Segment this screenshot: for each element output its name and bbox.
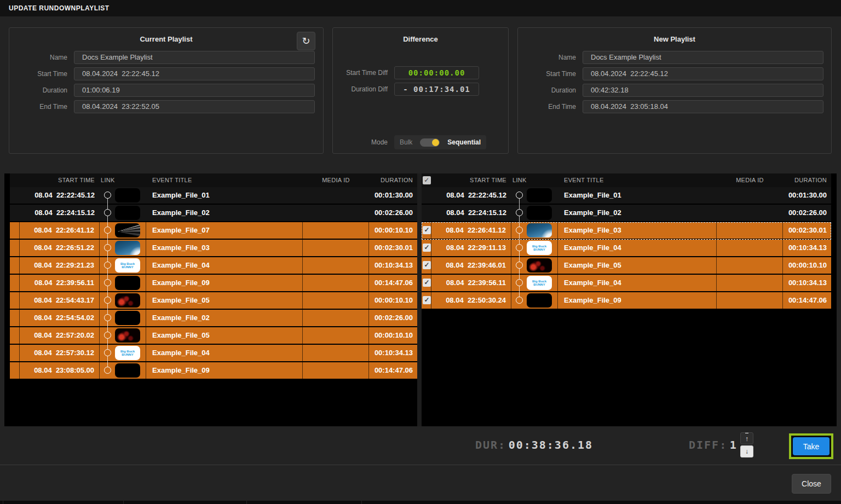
select-all-checkbox[interactable]: ✓ bbox=[423, 176, 431, 184]
media-id-cell bbox=[717, 275, 783, 291]
start-time-column-header: START TIME bbox=[20, 173, 100, 187]
status-header-cell bbox=[10, 173, 20, 187]
link-column-header: LINK bbox=[511, 173, 558, 187]
row-status-cell bbox=[10, 275, 20, 291]
new-name-label: Name bbox=[518, 54, 583, 61]
playlist-row[interactable]: 08.04 22:24:15.12Example_File_0200:02:26… bbox=[422, 205, 831, 222]
link-cell bbox=[100, 205, 146, 221]
event-title-cell: Example_File_02 bbox=[146, 310, 303, 326]
event-title-column-header: EVENT TITLE bbox=[558, 173, 717, 187]
bunny-logo-text: Big Buck BUNNY bbox=[119, 350, 136, 357]
scroll-to-bottom-button[interactable]: ↓ bbox=[740, 445, 753, 457]
start-time-cell: 08.04 22:29:21.23 bbox=[20, 257, 100, 274]
row-checkbox[interactable]: ✓ bbox=[423, 261, 431, 269]
mode-option-bulk[interactable]: Bulk bbox=[400, 138, 412, 146]
playlist-row[interactable]: 08.04 22:57:30.12Big Buck BUNNYExample_F… bbox=[10, 345, 417, 362]
current-playlist-table: START TIMELINKEVENT TITLEMEDIA IDDURATIO… bbox=[10, 173, 417, 426]
playlist-row[interactable]: 08.04 22:39:56.11Example_File_0900:14:47… bbox=[10, 275, 417, 292]
start-time-cell: 08.04 22:24:15.12 bbox=[431, 205, 511, 221]
link-ring-icon[interactable] bbox=[104, 262, 111, 269]
link-ring-icon[interactable] bbox=[104, 332, 111, 339]
link-ring-icon[interactable] bbox=[516, 262, 523, 269]
row-checkbox[interactable]: ✓ bbox=[423, 244, 431, 252]
event-thumbnail: Big Buck BUNNY bbox=[115, 346, 140, 360]
link-cell bbox=[100, 222, 146, 239]
link-ring-icon[interactable] bbox=[104, 297, 111, 304]
link-cell bbox=[100, 187, 146, 204]
duration-cell: 00:02:30.01 bbox=[369, 240, 417, 256]
event-title-cell: Example_File_02 bbox=[558, 205, 717, 221]
take-button[interactable]: Take bbox=[793, 437, 830, 455]
close-button[interactable]: Close bbox=[792, 474, 831, 494]
playlist-row[interactable]: 08.04 23:08:05.00Example_File_0900:14:47… bbox=[10, 362, 417, 380]
new-start-time-field[interactable]: 08.04.2024 22:22:45.12 bbox=[583, 67, 823, 80]
mode-toggle[interactable] bbox=[420, 138, 440, 147]
mode-option-sequential[interactable]: Sequential bbox=[447, 138, 481, 146]
playlist-row[interactable]: ✓08.04 22:26:41.12Example_File_0300:02:3… bbox=[422, 222, 831, 240]
playlist-row[interactable]: 08.04 22:22:45.12Example_File_0100:01:30… bbox=[422, 187, 831, 205]
current-end-time-field[interactable]: 08.04.2024 23:22:52.05 bbox=[74, 100, 315, 113]
scroll-to-top-button[interactable]: ↑ bbox=[740, 432, 753, 444]
playlist-row[interactable]: 08.04 22:54:43.17Example_File_0500:00:10… bbox=[10, 292, 417, 310]
arrow-down-to-bar-icon: ↓ bbox=[745, 446, 748, 458]
playlist-row[interactable]: 08.04 22:26:41.12Example_File_0700:00:10… bbox=[10, 222, 417, 240]
row-checkbox-cell: ✓ bbox=[422, 240, 431, 256]
duration-column-header: DURATION bbox=[783, 173, 831, 187]
playlist-row[interactable]: 08.04 22:54:54.02Example_File_0200:02:26… bbox=[10, 310, 417, 327]
link-ring-icon[interactable] bbox=[104, 314, 111, 321]
row-status-cell bbox=[10, 327, 20, 344]
row-status-cell bbox=[10, 205, 20, 221]
link-ring-icon[interactable] bbox=[104, 349, 111, 356]
link-ring-icon[interactable] bbox=[516, 227, 523, 234]
duration-cell: 00:00:10.10 bbox=[369, 327, 417, 344]
link-ring-icon[interactable] bbox=[104, 192, 111, 199]
new-duration-field[interactable]: 00:42:32.18 bbox=[583, 84, 823, 97]
link-ring-icon[interactable] bbox=[104, 227, 111, 234]
duration-cell: 00:00:10.10 bbox=[783, 257, 831, 274]
link-ring-icon[interactable] bbox=[516, 244, 523, 251]
playlist-row[interactable]: 08.04 22:24:15.12Example_File_0200:02:26… bbox=[10, 205, 417, 222]
link-ring-icon[interactable] bbox=[104, 367, 111, 374]
row-checkbox[interactable]: ✓ bbox=[423, 279, 431, 287]
new-end-time-field[interactable]: 08.04.2024 23:05:18.04 bbox=[583, 100, 823, 113]
link-cell: Big Buck BUNNY bbox=[511, 275, 558, 291]
row-checkbox[interactable]: ✓ bbox=[423, 296, 431, 304]
take-button-highlight: Take bbox=[789, 433, 833, 459]
playlist-row[interactable]: ✓08.04 22:39:56.11Big Buck BUNNYExample_… bbox=[422, 275, 831, 292]
playlist-row[interactable]: 08.04 22:26:51.22Example_File_0300:02:30… bbox=[10, 240, 417, 257]
current-start-time-field[interactable]: 08.04.2024 22:22:45.12 bbox=[74, 67, 315, 80]
start-time-column-header: START TIME bbox=[431, 173, 511, 187]
new-name-field[interactable]: Docs Example Playlist bbox=[583, 51, 823, 64]
tables-splitter[interactable] bbox=[417, 173, 422, 426]
row-status-cell bbox=[10, 292, 20, 309]
refresh-button[interactable]: ↻ bbox=[297, 32, 315, 50]
start-time-cell: 08.04 22:54:54.02 bbox=[20, 310, 100, 326]
link-ring-icon[interactable] bbox=[516, 279, 523, 286]
media-id-cell bbox=[717, 292, 783, 309]
current-name-field[interactable]: Docs Example Playlist bbox=[74, 51, 315, 64]
media-id-cell bbox=[717, 257, 783, 274]
table-header-row: ✓START TIMELINKEVENT TITLEMEDIA IDDURATI… bbox=[422, 173, 831, 187]
row-checkbox-cell bbox=[422, 205, 431, 221]
link-ring-icon[interactable] bbox=[104, 279, 111, 286]
row-status-cell bbox=[10, 345, 20, 361]
link-ring-icon[interactable] bbox=[516, 209, 523, 216]
link-ring-icon[interactable] bbox=[516, 297, 523, 304]
playlist-row[interactable]: ✓08.04 22:39:46.01Example_File_0500:00:1… bbox=[422, 257, 831, 275]
current-duration-field[interactable]: 01:00:06.19 bbox=[74, 84, 315, 97]
playlist-row[interactable]: 08.04 22:57:20.02Example_File_0500:00:10… bbox=[10, 327, 417, 345]
playlist-row[interactable]: 08.04 22:29:21.23Big Buck BUNNYExample_F… bbox=[10, 257, 417, 275]
difference-panel: Difference Start Time Diff 00:00:00.00 D… bbox=[332, 27, 509, 154]
link-ring-icon[interactable] bbox=[104, 209, 111, 216]
row-checkbox[interactable]: ✓ bbox=[423, 226, 431, 234]
playlist-row[interactable]: ✓08.04 22:29:11.13Big Buck BUNNYExample_… bbox=[422, 240, 831, 257]
event-thumbnail bbox=[115, 241, 140, 255]
event-title-cell: Example_File_09 bbox=[558, 292, 717, 309]
playlist-row[interactable]: ✓08.04 22:50:30.24Example_File_0900:14:4… bbox=[422, 292, 831, 310]
link-ring-icon[interactable] bbox=[516, 192, 523, 199]
link-cell bbox=[100, 310, 146, 326]
current-name-label: Name bbox=[9, 54, 74, 61]
link-ring-icon[interactable] bbox=[104, 244, 111, 251]
event-thumbnail: Big Buck BUNNY bbox=[527, 276, 552, 290]
playlist-row[interactable]: 08.04 22:22:45.12Example_File_0100:01:30… bbox=[10, 187, 417, 205]
